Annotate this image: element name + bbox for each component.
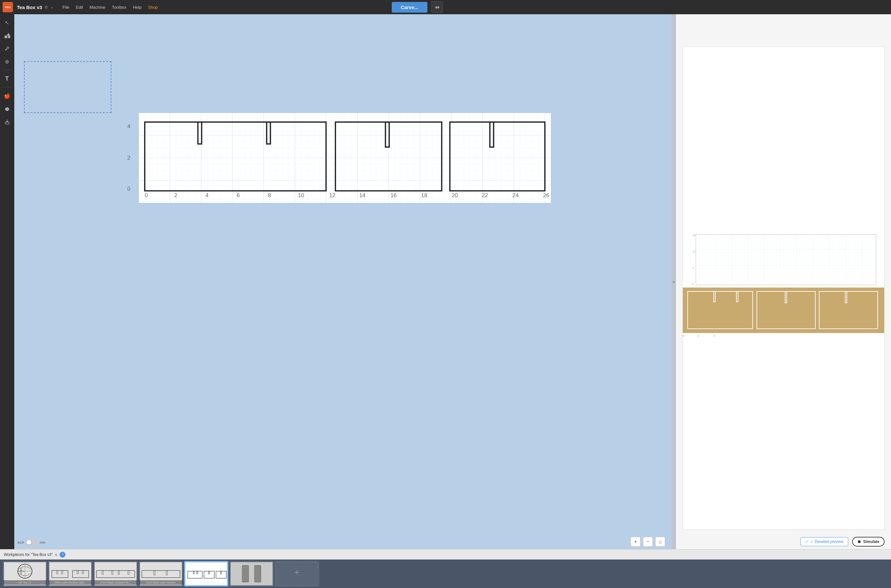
left-toolbar: ↖ ⊕ T 🍎 bbox=[0, 14, 14, 294]
project-name: Tea Box v3 bbox=[17, 4, 42, 10]
nav-help[interactable]: Help bbox=[130, 3, 144, 11]
svg-text:12: 12 bbox=[329, 192, 335, 198]
nav-menu: File Edit Machine Toolbox Help Shop bbox=[60, 3, 160, 11]
workpiece-dashed-outline bbox=[24, 61, 111, 113]
logo-text: PRO bbox=[5, 6, 10, 9]
carve-button[interactable]: Carve... bbox=[392, 2, 428, 13]
tool-3d[interactable] bbox=[1, 103, 13, 115]
topbar: PRO Tea Box v3 ☆ ⌄ File Edit Machine Too… bbox=[0, 0, 446, 14]
nav-file[interactable]: File bbox=[60, 3, 72, 11]
svg-rect-6 bbox=[139, 112, 446, 203]
nav-machine[interactable]: Machine bbox=[87, 3, 108, 11]
tool-import[interactable] bbox=[1, 116, 13, 128]
nav-toolbox[interactable]: Toolbox bbox=[110, 3, 129, 11]
app-logo: PRO bbox=[3, 2, 13, 12]
svg-marker-1 bbox=[6, 33, 10, 36]
left-canvas-area: 0 2 4 6 8 10 12 14 16 18 20 22 24 26 0 2… bbox=[14, 14, 446, 294]
svg-text:0: 0 bbox=[145, 192, 148, 198]
svg-text:2: 2 bbox=[174, 192, 177, 198]
main-layout: ↖ ⊕ T 🍎 bbox=[0, 14, 446, 294]
tool-apps[interactable]: 🍎 bbox=[1, 90, 13, 102]
nav-shop[interactable]: Shop bbox=[146, 3, 160, 11]
svg-text:14: 14 bbox=[359, 192, 366, 198]
tool-target[interactable]: ⊕ bbox=[1, 56, 13, 68]
tool-shapes[interactable] bbox=[1, 30, 13, 42]
star-icon[interactable]: ☆ bbox=[44, 4, 48, 10]
canvas-svg: 0 2 4 6 8 10 12 14 16 18 20 22 24 26 0 2… bbox=[23, 112, 446, 203]
chevron-down-icon[interactable]: ⌄ bbox=[50, 5, 53, 9]
svg-text:16: 16 bbox=[390, 192, 397, 198]
svg-text:0: 0 bbox=[127, 186, 130, 192]
expand-button[interactable]: ⇔ bbox=[431, 1, 443, 13]
svg-point-2 bbox=[8, 36, 10, 38]
svg-rect-0 bbox=[4, 36, 7, 38]
svg-text:4: 4 bbox=[205, 192, 208, 198]
tool-pen[interactable] bbox=[1, 43, 13, 54]
svg-text:6: 6 bbox=[237, 192, 240, 198]
svg-text:4: 4 bbox=[127, 123, 130, 129]
tool-select[interactable]: ↖ bbox=[1, 17, 13, 28]
tool-text[interactable]: T bbox=[1, 73, 13, 84]
svg-text:18: 18 bbox=[421, 192, 428, 198]
svg-text:8: 8 bbox=[268, 192, 271, 198]
nav-edit[interactable]: Edit bbox=[73, 3, 86, 11]
toolbar-separator-2 bbox=[3, 87, 12, 87]
project-title: Tea Box v3 ☆ ⌄ bbox=[17, 4, 53, 10]
drawing-area[interactable]: 0 2 4 6 8 10 12 14 16 18 20 22 24 26 0 2… bbox=[23, 112, 446, 294]
svg-text:10: 10 bbox=[298, 192, 304, 198]
svg-text:2: 2 bbox=[127, 154, 130, 161]
